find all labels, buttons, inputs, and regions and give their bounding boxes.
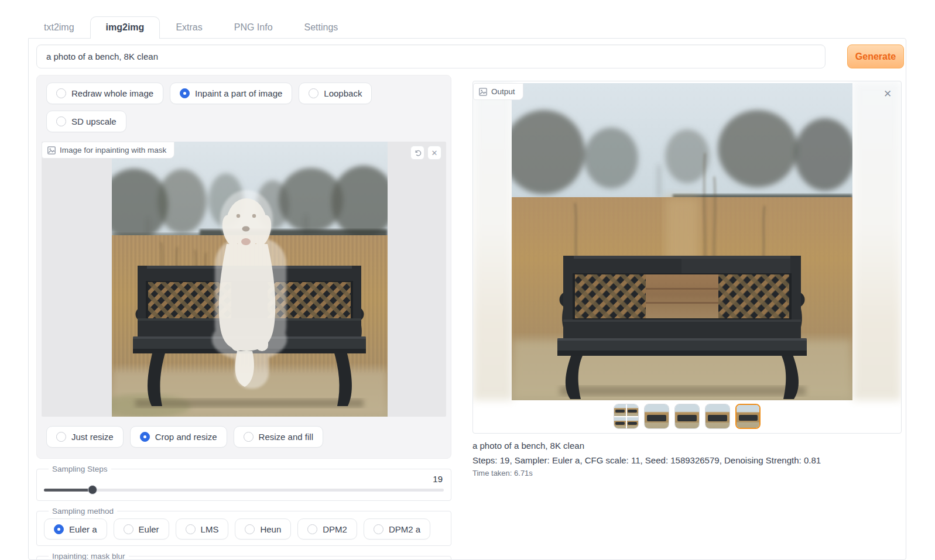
output-label: Output — [491, 87, 515, 96]
radio-option-just-resize[interactable]: Just resize — [46, 426, 124, 448]
output-caption: a photo of a bench, 8K clean — [472, 441, 896, 451]
radio-icon[interactable] — [307, 524, 317, 534]
radio-label: Loopback — [324, 88, 362, 98]
inpaint-source-photo[interactable] — [112, 142, 388, 417]
prompt-input[interactable] — [36, 44, 826, 68]
generate-button[interactable]: Generate — [847, 44, 904, 68]
img2img-mode-panel: Redraw whole imageInpaint a part of imag… — [36, 75, 451, 459]
radio-option-euler-a[interactable]: Euler a — [44, 518, 107, 540]
radio-label: Redraw whole image — [71, 88, 153, 98]
output-chip: Output — [473, 83, 523, 100]
clear-image-icon[interactable]: ✕ — [427, 146, 441, 160]
sd-webui-app: txt2imgimg2imgExtrasPNG InfoSettings Gen… — [0, 0, 935, 560]
radio-option-loopback[interactable]: Loopback — [299, 83, 372, 104]
radio-label: LMS — [201, 524, 219, 534]
radio-option-crop-and-resize[interactable]: Crop and resize — [130, 426, 227, 448]
radio-label: Crop and resize — [155, 432, 217, 442]
slider-thumb[interactable] — [88, 485, 97, 494]
sampling-steps-slider[interactable] — [44, 485, 444, 494]
radio-label: Just resize — [71, 432, 114, 442]
sampling-steps-label: Sampling Steps — [49, 465, 111, 473]
left-settings-column: Redraw whole imageInpaint a part of imag… — [36, 75, 451, 560]
tab-txt2img[interactable]: txt2img — [28, 16, 90, 38]
inpaint-image-label: Image for inpainting with mask — [60, 146, 166, 154]
sampling-method-radio-group: Euler aEulerLMSHeunDPM2DPM2 a — [44, 516, 444, 540]
radio-option-dpm2-a[interactable]: DPM2 a — [364, 518, 430, 540]
radio-icon[interactable] — [56, 116, 66, 126]
output-left-blur — [473, 81, 513, 400]
radio-option-euler[interactable]: Euler — [114, 518, 169, 540]
main-tab-bar: txt2imgimg2imgExtrasPNG InfoSettings — [28, 16, 354, 38]
radio-label: SD upscale — [71, 116, 117, 126]
radio-icon[interactable] — [244, 432, 254, 442]
radio-option-resize-and-fill[interactable]: Resize and fill — [234, 426, 323, 448]
output-image[interactable] — [512, 83, 852, 400]
output-thumbnail-1[interactable] — [614, 404, 639, 429]
sampling-steps-group: Sampling Steps 19 — [36, 465, 451, 501]
radio-icon[interactable] — [309, 88, 318, 98]
radio-icon[interactable] — [56, 432, 66, 442]
time-taken: Time taken: 6.71s — [472, 469, 896, 477]
tab-png-info[interactable]: PNG Info — [218, 16, 289, 38]
output-thumbnails — [473, 404, 901, 429]
tab-img2img[interactable]: img2img — [90, 16, 160, 39]
output-params: Steps: 19, Sampler: Euler a, CFG scale: … — [472, 455, 896, 465]
radio-icon[interactable] — [56, 88, 66, 98]
radio-icon[interactable] — [374, 524, 383, 534]
dog-bench-scene — [112, 142, 388, 417]
radio-icon[interactable] — [180, 88, 190, 98]
output-thumbnail-2[interactable] — [644, 404, 669, 429]
radio-option-lms[interactable]: LMS — [176, 518, 229, 540]
radio-label: Euler — [139, 524, 159, 534]
mask-blur-group: Inpainting: mask blur 0 — [36, 552, 451, 560]
radio-option-inpaint-a-part-of-image[interactable]: Inpaint a part of image — [170, 83, 292, 104]
radio-option-heun[interactable]: Heun — [235, 518, 291, 540]
resize-radio-group: Just resizeCrop and resizeResize and fil… — [42, 422, 446, 451]
tab-extras[interactable]: Extras — [160, 16, 218, 38]
radio-icon[interactable] — [124, 524, 133, 534]
radio-option-redraw-whole-image[interactable]: Redraw whole image — [46, 83, 163, 104]
image-icon — [47, 146, 56, 154]
output-panel: Output ✕ — [472, 81, 902, 434]
output-right-blur — [852, 81, 901, 400]
sampling-method-label: Sampling method — [49, 507, 117, 516]
bench-result-scene — [512, 83, 852, 400]
output-thumbnail-4[interactable] — [705, 404, 730, 429]
radio-label: Inpaint a part of image — [195, 88, 282, 98]
radio-icon[interactable] — [186, 524, 196, 534]
output-thumbnail-5[interactable] — [735, 404, 761, 429]
radio-icon[interactable] — [54, 524, 64, 534]
radio-label: Euler a — [69, 524, 97, 534]
radio-icon[interactable] — [245, 524, 255, 534]
radio-label: Heun — [260, 524, 281, 534]
output-thumbnail-3[interactable] — [674, 404, 700, 429]
tab-settings[interactable]: Settings — [289, 16, 354, 38]
inpaint-image-chip: Image for inpainting with mask — [42, 142, 174, 159]
image-icon — [479, 88, 487, 96]
undo-icon[interactable] — [410, 146, 424, 160]
sampling-method-group: Sampling method Euler aEulerLMSHeunDPM2D… — [36, 507, 451, 546]
radio-option-sd-upscale[interactable]: SD upscale — [46, 111, 126, 132]
generation-info: a photo of a bench, 8K clean Steps: 19, … — [472, 437, 896, 477]
close-output-icon[interactable]: ✕ — [880, 86, 895, 101]
mask-blur-label: Inpainting: mask blur — [49, 552, 129, 560]
sampling-steps-value: 19 — [44, 474, 444, 484]
img2img-tab-panel: Generate Redraw whole imageInpaint a par… — [28, 38, 906, 560]
radio-label: DPM2 a — [389, 524, 420, 534]
inpaint-image-box[interactable]: Image for inpainting with mask ✕ — [42, 142, 446, 417]
radio-option-dpm2[interactable]: DPM2 — [297, 518, 357, 540]
radio-label: Resize and fill — [259, 432, 313, 442]
radio-icon[interactable] — [140, 432, 150, 442]
mode-radio-group: Redraw whole imageInpaint a part of imag… — [42, 79, 446, 136]
radio-label: DPM2 — [323, 524, 347, 534]
